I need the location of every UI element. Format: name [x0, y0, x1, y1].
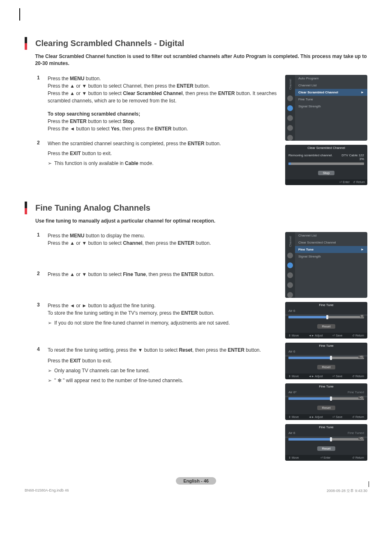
note-analog-only: Only analog TV channels can be fine tune… — [48, 367, 261, 374]
section2-header: Fine Tuning Analog Channels — [25, 202, 367, 214]
osd-fine-tune-2: Fine TuneAir 6*Fine Tuned+5Reset⇕ Move◄►… — [285, 383, 367, 420]
osd-item-selected: Clear Scrambled Channel ► — [295, 89, 367, 96]
return-icon: ↺ — [352, 456, 355, 459]
enter-icon: ⏎ — [332, 375, 335, 378]
osd-fine-tune-3: Fine TuneAir 6Fine Tuned+5Reset⇕ Move⏎ E… — [285, 424, 367, 461]
reset-button[interactable]: Reset — [317, 406, 336, 410]
circle-icon — [287, 253, 293, 258]
slider-value: +5 — [358, 437, 364, 440]
s2-step4: 4 To reset the fine tuning setting, pres… — [37, 346, 277, 384]
osd-item: Signal Strength — [295, 103, 367, 110]
reset-button[interactable]: Reset — [317, 365, 336, 369]
osd-item: Channel List — [295, 82, 367, 89]
gear-icon — [287, 272, 293, 278]
slider-value: 0 — [360, 315, 364, 318]
enter-icon: ⏎ — [332, 334, 335, 337]
enter-icon: ⏎ — [321, 456, 323, 459]
updown-icon: ⇕ — [288, 334, 291, 337]
fine-tune-slider[interactable]: +5 — [288, 438, 364, 441]
osd-title: Fine Tune — [285, 424, 367, 430]
s1-step2: 2 When the scrambled channel searching i… — [37, 140, 277, 167]
updown-icon: ⇕ — [288, 415, 291, 418]
return-icon: ↺ — [353, 181, 355, 183]
osd-item: Channel List — [295, 232, 367, 239]
osd-channel-menu-2: Channel Channel List Clear Scrambled Cha… — [285, 232, 367, 298]
channel-readout: DTV Cable 122 — [341, 153, 364, 157]
s2-step2: 2 Press the ▲ or ▼ button to select Fine… — [37, 271, 277, 278]
input-icon — [287, 292, 293, 298]
status-readout: Fine Tuned — [348, 390, 364, 394]
return-icon: ↺ — [352, 375, 355, 378]
leftright-icon: ◄► — [309, 375, 314, 378]
fine-tune-slider[interactable]: 0 — [288, 316, 364, 318]
reset-button[interactable]: Reset — [317, 324, 336, 329]
return-icon: ↺ — [352, 415, 355, 418]
osd-fine-tune-0: Fine TuneAir 60Reset⇕ Move◄► Adjust⏎ Sav… — [285, 302, 367, 339]
drop-icon — [287, 105, 293, 111]
osd-item-selected: Fine Tune ► — [295, 246, 367, 253]
return-icon: ↺ — [352, 334, 355, 337]
note-not-saved: If you do not store the fine-tuned chann… — [48, 319, 230, 327]
updown-icon: ⇕ — [288, 375, 291, 378]
osd-tab-label: Channel — [289, 234, 292, 248]
section1-title: Clearing Scrambled Channels - Digital — [35, 37, 184, 50]
status-readout: Fine Tuned — [348, 431, 364, 435]
leftright-icon: ◄► — [309, 415, 314, 418]
section1-intro-row: The Clear Scrambled Channel function is … — [25, 53, 367, 67]
percent-readout: 3% — [341, 157, 364, 161]
section1-intro: The Clear Scrambled Channel function is … — [35, 53, 367, 67]
drop-icon — [287, 262, 293, 268]
channel-readout: Air 6* — [288, 390, 297, 394]
section2-title: Fine Tuning Analog Channels — [35, 202, 150, 214]
stop-heading: To stop searching scrambled channels; — [48, 111, 140, 117]
s1-step1: 1 Press the MENU button. Press the ▲ or … — [37, 75, 277, 132]
page-number: English - 46 — [176, 477, 216, 485]
osd-tab-label: Channel — [289, 77, 292, 91]
osd-title: Clear Scrambled Channel — [285, 145, 367, 151]
osd-channel-menu-1: Channel Auto Program Channel List Clear … — [285, 75, 367, 141]
channel-readout: Air 6 — [288, 350, 295, 353]
progress-msg: Removing scrambled channel. — [288, 153, 333, 161]
note-cable-only: This function is only available in Cable… — [48, 160, 221, 167]
reset-button[interactable]: Reset — [317, 446, 336, 451]
signal-icon — [287, 125, 293, 131]
enter-icon: ⏎ — [332, 415, 335, 418]
fine-tune-slider[interactable]: +5 — [288, 397, 364, 400]
note-asterisk: " ✻ " will appear next to the number of … — [48, 377, 261, 384]
input-icon — [287, 135, 293, 141]
section1-header: Clearing Scrambled Channels - Digital — [25, 37, 367, 50]
circle-icon — [287, 95, 293, 101]
osd-title: Fine Tune — [285, 343, 367, 349]
channel-readout: Air 6 — [288, 309, 295, 313]
chevron-right-icon: ► — [361, 90, 364, 94]
enter-icon: ⏎ — [339, 181, 342, 183]
osd-item: Auto Program — [295, 75, 367, 82]
gear-icon — [287, 115, 293, 121]
fine-tune-slider[interactable]: +5 — [288, 357, 364, 359]
channel-readout: Air 6 — [288, 431, 295, 435]
section2-intro: Use fine tuning to manually adjust a par… — [35, 218, 215, 225]
doc-footer: BN68-01580A-Eng.indb 46 2008-05-28 오후 9:… — [25, 488, 367, 494]
osd-title: Fine Tune — [285, 302, 367, 308]
osd-fine-tune-1: Fine TuneAir 6+5Reset⇕ Move◄► Adjust⏎ Sa… — [285, 343, 367, 379]
updown-icon: ⇕ — [288, 456, 291, 459]
signal-icon — [287, 282, 293, 288]
osd-item: Fine Tune — [295, 96, 367, 103]
chevron-right-icon: ► — [361, 248, 364, 251]
s2-step1: 1 Press the MENU button to display the m… — [37, 232, 277, 247]
osd-title: Fine Tune — [285, 383, 367, 390]
doc-foot-right: 2008-05-28 오후 9:43:30 — [327, 488, 367, 494]
osd-clear-progress: Clear Scrambled Channel Removing scrambl… — [285, 145, 367, 185]
leftright-icon: ◄► — [309, 334, 314, 337]
section2-intro-row: Use fine tuning to manually adjust a par… — [25, 218, 367, 225]
s2-step3: 3 Press the ◄ or ► button to adjust the … — [37, 302, 277, 327]
doc-foot-left: BN68-01580A-Eng.indb 46 — [25, 488, 69, 494]
slider-value: +5 — [358, 396, 364, 399]
slider-value: +5 — [358, 355, 364, 358]
osd-item: Signal Strength — [295, 253, 367, 260]
stop-button[interactable]: Stop — [318, 171, 334, 175]
osd-item: Clear Scrambled Channel — [295, 239, 367, 246]
